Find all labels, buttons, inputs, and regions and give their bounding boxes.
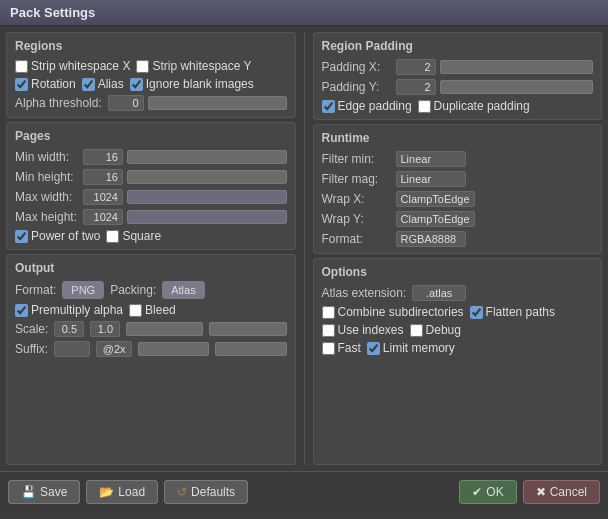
filter-min-value[interactable]: Linear [396, 151, 466, 167]
max-height-input[interactable] [83, 209, 123, 225]
strip-whitespace-y-checkbox[interactable]: Strip whitespace Y [136, 59, 251, 73]
cancel-button[interactable]: ✖ Cancel [523, 480, 600, 504]
filter-min-label: Filter min: [322, 152, 390, 166]
suffix-slider-1[interactable] [138, 342, 209, 356]
format-png-button[interactable]: PNG [62, 281, 104, 299]
footer: 💾 Save 📂 Load ↺ Defaults ✔ OK ✖ Cancel [0, 471, 608, 511]
save-button[interactable]: 💾 Save [8, 480, 80, 504]
fast-checkbox[interactable]: Fast [322, 341, 361, 355]
flatten-paths-checkbox[interactable]: Flatten paths [470, 305, 555, 319]
wrap-y-value[interactable]: ClampToEdge [396, 211, 475, 227]
use-indexes-input[interactable] [322, 324, 335, 337]
filter-mag-value[interactable]: Linear [396, 171, 466, 187]
ok-button[interactable]: ✔ OK [459, 480, 516, 504]
suffix-input-1[interactable] [54, 341, 90, 357]
atlas-extension-label: Atlas extension: [322, 286, 407, 300]
runtime-label: Runtime [322, 131, 594, 145]
options-section: Options Atlas extension: Combine subdire… [313, 258, 603, 465]
padding-x-input[interactable] [396, 59, 436, 75]
alpha-threshold-input[interactable] [108, 95, 144, 111]
debug-input[interactable] [410, 324, 423, 337]
debug-checkbox[interactable]: Debug [410, 323, 461, 337]
scale-slider-2[interactable] [209, 322, 286, 336]
pages-label: Pages [15, 129, 287, 143]
power-of-two-checkbox[interactable]: Power of two [15, 229, 100, 243]
ignore-blank-checkbox[interactable]: Ignore blank images [130, 77, 254, 91]
packing-atlas-button[interactable]: Atlas [162, 281, 204, 299]
runtime-section: Runtime Filter min: Linear Filter mag: L… [313, 124, 603, 254]
ignore-blank-input[interactable] [130, 78, 143, 91]
bleed-input[interactable] [129, 304, 142, 317]
defaults-button[interactable]: ↺ Defaults [164, 480, 248, 504]
alpha-threshold-label: Alpha threshold: [15, 96, 102, 110]
max-height-label: Max height: [15, 210, 77, 224]
limit-memory-checkbox[interactable]: Limit memory [367, 341, 455, 355]
padding-y-slider[interactable] [440, 80, 594, 94]
scale-input-2[interactable] [90, 321, 120, 337]
padding-x-label: Padding X: [322, 60, 390, 74]
suffix-slider-2[interactable] [215, 342, 286, 356]
min-height-slider[interactable] [127, 170, 287, 184]
square-checkbox[interactable]: Square [106, 229, 161, 243]
region-padding-section: Region Padding Padding X: Padding Y: Ed [313, 32, 603, 120]
strip-whitespace-y-input[interactable] [136, 60, 149, 73]
square-input[interactable] [106, 230, 119, 243]
cancel-icon: ✖ [536, 485, 546, 499]
rotation-checkbox[interactable]: Rotation [15, 77, 76, 91]
max-width-slider[interactable] [127, 190, 287, 204]
combine-subdirectories-checkbox[interactable]: Combine subdirectories [322, 305, 464, 319]
atlas-extension-input[interactable] [412, 285, 466, 301]
strip-whitespace-x-checkbox[interactable]: Strip whitespace X [15, 59, 130, 73]
bleed-checkbox[interactable]: Bleed [129, 303, 176, 317]
max-height-slider[interactable] [127, 210, 287, 224]
rotation-input[interactable] [15, 78, 28, 91]
format-runtime-value[interactable]: RGBA8888 [396, 231, 466, 247]
max-width-input[interactable] [83, 189, 123, 205]
fast-input[interactable] [322, 342, 335, 355]
options-label: Options [322, 265, 594, 279]
strip-whitespace-x-input[interactable] [15, 60, 28, 73]
limit-memory-input[interactable] [367, 342, 380, 355]
wrap-y-label: Wrap Y: [322, 212, 390, 226]
filter-mag-label: Filter mag: [322, 172, 390, 186]
min-width-input[interactable] [83, 149, 123, 165]
regions-section: Regions Strip whitespace X Strip whitesp… [6, 32, 296, 118]
duplicate-padding-input[interactable] [418, 100, 431, 113]
min-width-slider[interactable] [127, 150, 287, 164]
use-indexes-checkbox[interactable]: Use indexes [322, 323, 404, 337]
premultiply-checkbox[interactable]: Premultiply alpha [15, 303, 123, 317]
flatten-paths-input[interactable] [470, 306, 483, 319]
suffix-input-2[interactable] [96, 341, 132, 357]
save-icon: 💾 [21, 485, 36, 499]
suffix-label: Suffix: [15, 342, 48, 356]
duplicate-padding-checkbox[interactable]: Duplicate padding [418, 99, 530, 113]
edge-padding-checkbox[interactable]: Edge padding [322, 99, 412, 113]
max-width-label: Max width: [15, 190, 77, 204]
padding-y-input[interactable] [396, 79, 436, 95]
wrap-x-label: Wrap X: [322, 192, 390, 206]
scale-label: Scale: [15, 322, 48, 336]
premultiply-input[interactable] [15, 304, 28, 317]
alias-input[interactable] [82, 78, 95, 91]
alias-checkbox[interactable]: Alias [82, 77, 124, 91]
wrap-x-value[interactable]: ClampToEdge [396, 191, 475, 207]
title-bar: Pack Settings [0, 0, 608, 26]
scale-slider-1[interactable] [126, 322, 203, 336]
load-icon: 📂 [99, 485, 114, 499]
region-padding-label: Region Padding [322, 39, 594, 53]
packing-label: Packing: [110, 283, 156, 297]
padding-y-label: Padding Y: [322, 80, 390, 94]
min-width-label: Min width: [15, 150, 77, 164]
min-height-input[interactable] [83, 169, 123, 185]
padding-x-slider[interactable] [440, 60, 594, 74]
format-runtime-label: Format: [322, 232, 390, 246]
scale-input-1[interactable] [54, 321, 84, 337]
alpha-threshold-slider[interactable] [148, 96, 287, 110]
title-text: Pack Settings [10, 5, 95, 20]
load-button[interactable]: 📂 Load [86, 480, 158, 504]
edge-padding-input[interactable] [322, 100, 335, 113]
combine-subdirectories-input[interactable] [322, 306, 335, 319]
power-of-two-input[interactable] [15, 230, 28, 243]
format-label: Format: [15, 283, 56, 297]
output-section: Output Format: PNG Packing: Atlas Premul… [6, 254, 296, 465]
